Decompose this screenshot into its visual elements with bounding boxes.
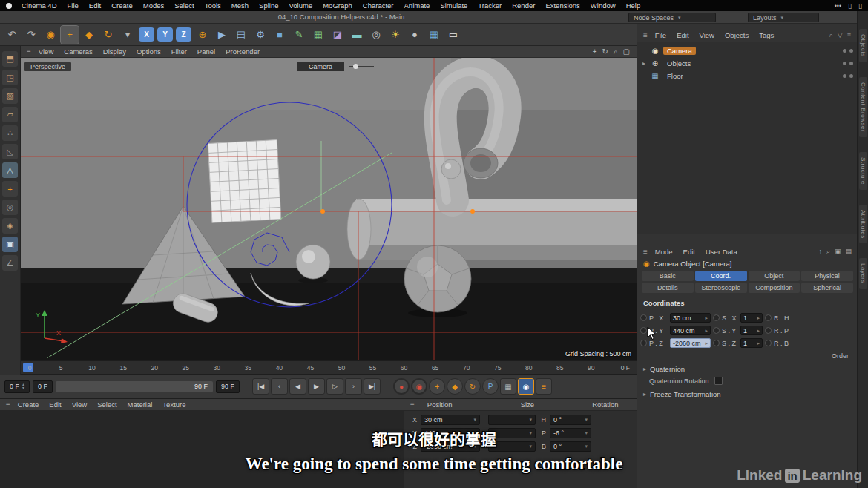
scale-field-input[interactable]: 1▸	[740, 338, 763, 348]
attribute-tab[interactable]: Spherical	[801, 283, 853, 293]
menubar-item[interactable]: Character	[358, 1, 399, 10]
dock-tab[interactable]: Structure	[859, 152, 867, 190]
attribute-tab[interactable]: Basic	[642, 271, 694, 281]
attr-search-icon[interactable]: ⌕	[826, 248, 830, 256]
viewport-scene[interactable]	[21, 58, 637, 361]
menubar-item[interactable]: Tracker	[473, 1, 507, 10]
object-manager-menu-item[interactable]: Tags	[754, 31, 779, 39]
perspective-view-label[interactable]: Perspective	[24, 62, 71, 71]
visibility-dots[interactable]	[840, 62, 853, 65]
scale-field-input[interactable]: 1▸	[740, 313, 763, 323]
keyframe-dot[interactable]	[713, 340, 720, 346]
keyframe-dot[interactable]	[765, 314, 772, 321]
keyframe-dot[interactable]	[765, 327, 772, 334]
workplane-lock-button[interactable]: ▣	[2, 237, 18, 252]
object-name[interactable]: Floor	[663, 72, 687, 80]
viewport-menu-icon[interactable]: ≡	[24, 47, 33, 56]
menubar-item[interactable]: Simulate	[435, 1, 473, 10]
spline-handle-dot[interactable]	[320, 209, 325, 214]
frame-stepper-icon[interactable]: ▴▾	[22, 383, 24, 390]
viewport-menu-item[interactable]: Filter	[166, 47, 192, 56]
quantize-button[interactable]: ∠	[2, 255, 18, 271]
range-end-input[interactable]: 90 F	[216, 380, 240, 393]
rotation-order-label[interactable]: Order	[637, 350, 858, 360]
attribute-tab[interactable]: Coord.	[695, 271, 747, 281]
viewport-menu-item[interactable]: Cameras	[59, 47, 98, 56]
pan-view-button[interactable]: +	[593, 47, 597, 56]
menubar-item[interactable]: Tools	[200, 1, 226, 10]
quaternion-rotation-checkbox[interactable]	[714, 377, 723, 385]
material-menu-item[interactable]: View	[67, 400, 92, 409]
current-frame-input[interactable]: 0 F ▴▾	[4, 380, 30, 393]
orbit-view-button[interactable]: ↻	[602, 47, 608, 56]
workplane-mode-button[interactable]: ▱	[2, 107, 18, 122]
make-editable-button[interactable]: ⬒	[2, 51, 18, 67]
keyframe-dot[interactable]	[713, 314, 720, 321]
menubar-item[interactable]: Create	[106, 1, 138, 10]
points-mode-button[interactable]: ∴	[2, 125, 18, 141]
viewport-menu-item[interactable]: Options	[131, 47, 166, 56]
menubar-item[interactable]: Extensions	[540, 1, 585, 10]
menu-extras-icon[interactable]: •••	[835, 2, 841, 10]
record-button[interactable]: ●	[393, 378, 410, 395]
polygons-mode-button[interactable]: △	[2, 162, 18, 178]
render-view-button[interactable]: ▶	[213, 26, 231, 44]
menubar-item[interactable]: Window	[585, 1, 621, 10]
position-field-input[interactable]: 30 cm▸	[670, 313, 711, 323]
model-mode-button[interactable]: ◳	[2, 70, 18, 85]
viewport-layout-button[interactable]: ▦	[425, 26, 443, 44]
rotation-value-input[interactable]: 0 °▾	[550, 415, 591, 425]
dock-tab[interactable]: Attributes	[859, 205, 867, 244]
attribute-tab[interactable]: Composition	[749, 283, 800, 293]
maximize-view-button[interactable]: ▢	[623, 47, 630, 56]
object-row[interactable]: ▸ ⊕ Objects	[637, 57, 857, 70]
attribute-menu-item[interactable]: Edit	[678, 248, 700, 256]
dock-tab[interactable]: Layers	[859, 258, 867, 288]
coordinate-system-toggle[interactable]: ⊕	[194, 26, 211, 44]
position-field-input[interactable]: -2060 cm▸	[670, 338, 711, 348]
object-name[interactable]: Objects	[663, 59, 694, 67]
visibility-dots[interactable]	[840, 74, 853, 78]
deformer-button[interactable]: ◪	[329, 26, 346, 44]
position-value-input[interactable]: 30 cm▾	[421, 415, 480, 425]
camera-label[interactable]: Camera	[297, 62, 344, 71]
material-menu-item[interactable]: Edit	[44, 400, 66, 409]
object-manager-menu-icon[interactable]: ≡	[641, 31, 650, 39]
keyframe-selection-button[interactable]: ◉	[411, 378, 427, 395]
grid-plane-object[interactable]	[208, 140, 280, 223]
object-manager-menu-item[interactable]: File	[650, 31, 671, 39]
primitive-cube-button[interactable]: ■	[271, 26, 289, 44]
freeze-transformation-section-header[interactable]: ▸ Freeze Transformation	[643, 390, 852, 398]
snap-toggle-button[interactable]: ◈	[2, 218, 18, 234]
attr-panel-icon[interactable]: ▤	[845, 248, 852, 256]
status-icon[interactable]: ▯	[858, 2, 862, 10]
attribute-tab[interactable]: Physical	[801, 271, 853, 281]
object-name[interactable]: Camera	[663, 47, 696, 55]
menubar-item[interactable]: Cinema 4D	[16, 1, 62, 10]
keyframe-dot[interactable]	[713, 327, 720, 334]
keyframe-dot[interactable]	[640, 327, 647, 334]
timeline-ruler[interactable]: 051015202530354045505560657075808590 0 F	[21, 361, 637, 375]
move-tool[interactable]: +	[61, 26, 79, 44]
position-field-input[interactable]: 440 cm▸	[670, 326, 711, 335]
om-search-icon[interactable]: ⌕	[829, 31, 833, 39]
attribute-menu-icon[interactable]: ≡	[641, 248, 650, 256]
timeline-range-slider[interactable]: 90 F	[56, 381, 213, 392]
perspective-viewport[interactable]: Perspective Camera Grid Spacing : 500 cm…	[21, 58, 637, 361]
size-value-input[interactable]: ▾	[488, 415, 536, 425]
render-picture-viewer-button[interactable]: ▤	[232, 26, 250, 44]
object-row[interactable]: ▦ Floor	[637, 70, 857, 82]
status-icon[interactable]: ▯	[848, 2, 852, 10]
object-manager-menu-item[interactable]: Edit	[671, 31, 694, 39]
object-manager-menu-item[interactable]: Objects	[720, 31, 754, 39]
menubar-item[interactable]: Render	[507, 1, 540, 10]
menubar-item[interactable]: MoGraph	[318, 1, 358, 10]
next-frame-button[interactable]: ▷	[326, 378, 343, 395]
dock-tab[interactable]: Content Browser	[859, 77, 867, 137]
knob-sphere-object[interactable]	[441, 159, 461, 179]
material-menu-item[interactable]: Texture	[157, 400, 191, 409]
axis-z-toggle[interactable]: Z	[176, 27, 191, 42]
attribute-tab[interactable]: Object	[749, 271, 800, 281]
node-spaces-dropdown[interactable]: Node Spaces ▾	[628, 13, 716, 22]
viewport-menu-item[interactable]: Panel	[192, 47, 220, 56]
